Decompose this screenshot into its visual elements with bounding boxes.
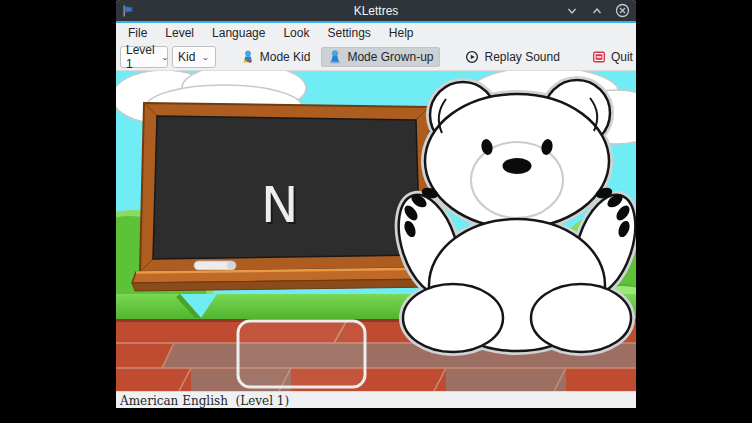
level-select-value: Level 1 (126, 43, 155, 71)
close-button[interactable] (614, 3, 630, 19)
chevron-down-icon: ⌄ (201, 53, 209, 62)
scene: N N (116, 71, 636, 391)
theme-select[interactable]: Kid ⌄ (172, 46, 216, 68)
level-select[interactable]: Level 1 ⌄ (120, 46, 168, 68)
mode-grownup-button[interactable]: Mode Grown-up (321, 47, 440, 67)
toolbar: Level 1 ⌄ Kid ⌄ Mode Kid Mode Grown-up (116, 44, 636, 71)
klettres-window: KLettres File Level Language Look Settin… (116, 0, 636, 408)
replay-sound-button[interactable]: Replay Sound (458, 47, 566, 67)
replay-sound-label: Replay Sound (484, 50, 559, 64)
titlebar: KLettres (116, 0, 636, 23)
maximize-button[interactable] (589, 3, 605, 19)
quit-label: Quit (611, 50, 633, 64)
mode-kid-button[interactable]: Mode Kid (234, 47, 318, 67)
statusbar: American English (Level 1) (116, 391, 636, 408)
quit-button[interactable]: Quit (585, 47, 636, 67)
blackboard: N N (132, 103, 441, 291)
menu-item-settings[interactable]: Settings (318, 23, 379, 44)
window-title: KLettres (116, 4, 636, 18)
menu-item-file[interactable]: File (119, 23, 156, 44)
status-text: American English (Level 1) (120, 394, 289, 408)
grownup-icon (328, 50, 342, 64)
exit-icon (592, 50, 606, 64)
theme-select-value: Kid (178, 50, 195, 64)
menubar: File Level Language Look Settings Help (116, 23, 636, 44)
menu-item-language[interactable]: Language (203, 23, 274, 44)
mode-kid-label: Mode Kid (260, 50, 311, 64)
minimize-button[interactable] (564, 3, 580, 19)
chevron-down-icon: ⌄ (161, 53, 169, 62)
play-circle-icon (465, 50, 479, 64)
menu-item-level[interactable]: Level (156, 23, 203, 44)
menu-item-look[interactable]: Look (274, 23, 318, 44)
board-letter: N (261, 176, 298, 234)
mode-grownup-label: Mode Grown-up (347, 50, 433, 64)
kid-icon (241, 50, 255, 64)
answer-input[interactable] (238, 321, 365, 387)
menu-item-help[interactable]: Help (380, 23, 423, 44)
